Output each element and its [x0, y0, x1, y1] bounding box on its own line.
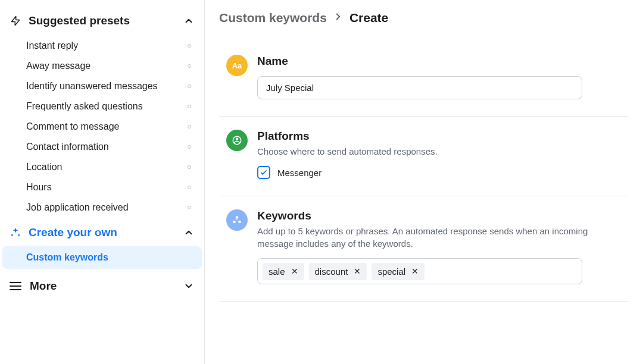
platform-option-messenger[interactable]: Messenger	[257, 166, 623, 179]
sidebar-item-label: Frequently asked questions	[26, 101, 143, 112]
status-dot-icon	[188, 206, 191, 209]
svg-marker-0	[11, 17, 20, 26]
sidebar-item-label: Job application received	[26, 202, 129, 213]
lightning-icon	[10, 15, 21, 27]
sparkle-icon	[10, 227, 21, 239]
chip-label: sale	[269, 266, 285, 277]
sidebar-item-identify-unanswered[interactable]: Identify unanswered messages	[18, 76, 202, 96]
close-icon[interactable]: ✕	[354, 267, 361, 275]
form-section-name: Aa Name	[219, 42, 629, 117]
sidebar-section-title: Create your own	[29, 226, 176, 239]
status-dot-icon	[188, 44, 191, 48]
chevron-up-icon	[183, 227, 195, 239]
keyword-chip: special ✕	[372, 263, 424, 280]
form-section-keywords: Keywords Add up to 5 keywords or phrases…	[219, 196, 629, 302]
status-dot-icon	[188, 84, 191, 88]
sidebar-item-location[interactable]: Location	[18, 157, 202, 177]
close-icon[interactable]: ✕	[291, 267, 298, 275]
sidebar-section-more[interactable]: More	[2, 274, 202, 299]
sidebar-item-comment-to-message[interactable]: Comment to message	[18, 117, 202, 137]
sidebar-item-label: Away message	[26, 61, 90, 71]
keyword-chip: sale ✕	[263, 263, 304, 280]
section-title: Platforms	[257, 130, 623, 143]
sidebar-section-title: More	[30, 280, 174, 293]
preset-list: Instant reply Away message Identify unan…	[2, 36, 202, 218]
section-title: Name	[257, 55, 623, 68]
sidebar-item-faq[interactable]: Frequently asked questions	[18, 96, 202, 117]
sidebar-item-job-application[interactable]: Job application received	[18, 197, 202, 218]
status-dot-icon	[188, 64, 191, 68]
sidebar-section-create-own[interactable]: Create your own	[2, 222, 202, 243]
platforms-icon	[226, 130, 248, 151]
sidebar: Suggested presets Instant reply Away mes…	[0, 0, 205, 364]
form-section-platforms: Platforms Choose where to send automated…	[219, 117, 629, 196]
section-title: Keywords	[257, 209, 623, 222]
status-dot-icon	[188, 186, 191, 189]
svg-point-3	[236, 216, 239, 219]
name-input[interactable]	[257, 76, 582, 99]
status-dot-icon	[188, 165, 191, 169]
name-icon: Aa	[226, 55, 248, 76]
sidebar-item-label: Custom keywords	[26, 252, 108, 262]
sidebar-item-label: Instant reply	[26, 40, 78, 51]
sidebar-item-contact-info[interactable]: Contact information	[18, 137, 202, 157]
sidebar-item-custom-keywords[interactable]: Custom keywords	[2, 246, 202, 269]
keywords-icon	[226, 209, 248, 231]
checkbox-checked-icon[interactable]	[257, 166, 270, 179]
sidebar-item-label: Location	[26, 162, 63, 172]
status-dot-icon	[188, 145, 191, 149]
chevron-down-icon	[183, 280, 195, 292]
chevron-up-icon	[183, 15, 195, 27]
chevron-right-icon	[333, 11, 344, 25]
sidebar-item-label: Contact information	[26, 142, 109, 152]
sidebar-item-instant-reply[interactable]: Instant reply	[18, 36, 202, 56]
sidebar-item-label: Comment to message	[26, 121, 120, 132]
sidebar-section-title: Suggested presets	[29, 14, 176, 27]
breadcrumb-parent[interactable]: Custom keywords	[219, 11, 327, 25]
chip-label: discount	[315, 266, 348, 277]
sidebar-item-label: Hours	[26, 182, 52, 193]
main-panel: Custom keywords Create Aa Name Platforms…	[205, 0, 643, 364]
keywords-input[interactable]: sale ✕ discount ✕ special ✕	[257, 258, 582, 284]
close-icon[interactable]: ✕	[411, 267, 419, 275]
breadcrumb: Custom keywords Create	[219, 11, 629, 25]
hamburger-icon	[10, 282, 21, 290]
keyword-chip: discount ✕	[309, 263, 367, 280]
section-description: Choose where to send automated responses…	[257, 145, 623, 158]
sidebar-item-away-message[interactable]: Away message	[18, 56, 202, 76]
breadcrumb-current: Create	[349, 11, 388, 25]
sidebar-item-label: Identify unanswered messages	[26, 81, 158, 92]
sidebar-section-suggested[interactable]: Suggested presets	[2, 11, 202, 31]
svg-point-2	[236, 138, 239, 141]
chip-label: special	[377, 266, 405, 277]
checkbox-label: Messenger	[277, 168, 322, 178]
status-dot-icon	[188, 105, 191, 108]
sidebar-item-hours[interactable]: Hours	[18, 177, 202, 197]
section-description: Add up to 5 keywords or phrases. An auto…	[257, 225, 623, 250]
status-dot-icon	[188, 125, 191, 128]
create-own-list: Custom keywords	[2, 246, 202, 269]
